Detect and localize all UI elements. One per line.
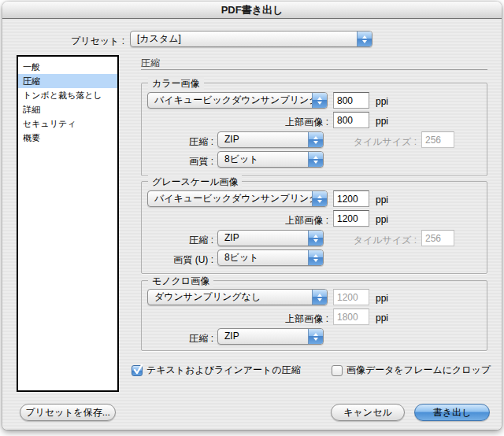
preset-select[interactable]: [カスタム] [130, 31, 372, 47]
mono-above-unit: ppi [376, 312, 388, 323]
gray-tile-size-input [421, 230, 454, 246]
color-above-label: 上部画像 : [234, 116, 328, 129]
color-quality-label: 画質 : [144, 155, 213, 168]
gray-compression-value: ZIP [218, 231, 308, 246]
section-divider [141, 69, 487, 70]
mono-compression-select[interactable]: ZIP [217, 328, 324, 345]
sidebar-item-advanced[interactable]: 詳細 [18, 102, 117, 116]
mono-sampling-select[interactable]: ダウンサンプリングなし [147, 289, 328, 305]
text-lineart-compression-checkbox[interactable]: テキストおよびラインアートの圧縮 [132, 364, 301, 377]
color-tile-size-input [421, 131, 454, 148]
gray-sampling-select[interactable]: バイキュービックダウンサンプリング [147, 190, 328, 207]
window-title: PDF書き出し [221, 4, 284, 16]
popup-arrows-icon [357, 31, 372, 46]
popup-arrows-icon [312, 290, 327, 305]
gray-compression-select[interactable]: ZIP [217, 230, 324, 246]
color-compression-select[interactable]: ZIP [217, 131, 324, 148]
color-tile-size-label: タイルサイズ : [333, 135, 417, 149]
gray-quality-select[interactable]: 8ビット [217, 249, 324, 266]
mono-images-legend: モノクロ画像 [148, 275, 213, 288]
cancel-button[interactable]: キャンセル [331, 404, 405, 421]
gray-quality-value: 8ビット [218, 250, 308, 265]
mono-resolution-input [333, 289, 369, 305]
save-preset-button[interactable]: プリセットを保存... [20, 404, 116, 421]
gray-above-input[interactable] [333, 210, 369, 227]
color-above-input[interactable] [333, 112, 369, 128]
gray-resolution-unit: ppi [376, 194, 388, 205]
mono-sampling-value: ダウンサンプリングなし [148, 290, 312, 305]
popup-arrows-icon [308, 231, 323, 246]
mono-compression-value: ZIP [218, 329, 308, 344]
gray-compression-label: 圧縮 : [144, 234, 213, 247]
gray-above-label: 上部画像 : [234, 214, 328, 227]
grayscale-images-legend: グレースケール画像 [148, 176, 242, 189]
crop-image-data-checkbox[interactable]: 画像データをフレームにクロップ [332, 364, 491, 377]
mono-resolution-unit: ppi [376, 293, 388, 304]
popup-arrows-icon [312, 93, 327, 108]
color-sampling-value: バイキュービックダウンサンプリング [148, 93, 312, 108]
export-button[interactable]: 書き出し [414, 404, 490, 421]
gray-quality-label: 画質 (U) : [120, 253, 213, 267]
color-sampling-select[interactable]: バイキュービックダウンサンプリング [147, 92, 328, 109]
sidebar-item-security[interactable]: セキュリティ [18, 116, 117, 131]
checkbox-unchecked-icon[interactable] [332, 365, 343, 376]
color-quality-select[interactable]: 8ビット [217, 151, 324, 168]
popup-arrows-icon [308, 329, 323, 344]
sidebar-item-general[interactable]: 一般 [18, 60, 117, 74]
color-compression-label: 圧縮 : [144, 135, 213, 149]
color-compression-value: ZIP [218, 132, 308, 147]
mono-compression-label: 圧縮 : [144, 332, 213, 345]
gray-resolution-input[interactable] [333, 190, 369, 207]
section-title: 圧縮 [141, 57, 160, 70]
preset-label: プリセット : [34, 35, 124, 48]
text-lineart-compression-label: テキストおよびラインアートの圧縮 [146, 364, 301, 377]
color-images-legend: カラー画像 [148, 77, 204, 91]
popup-arrows-icon [308, 152, 323, 167]
color-quality-value: 8ビット [218, 152, 308, 167]
gray-tile-size-label: タイルサイズ : [333, 234, 417, 247]
popup-arrows-icon [308, 250, 323, 265]
color-resolution-unit: ppi [376, 96, 388, 107]
gray-sampling-value: バイキュービックダウンサンプリング [148, 191, 312, 206]
checkbox-checked-icon[interactable] [132, 365, 143, 376]
pdf-export-dialog: PDF書き出し プリセット : [カスタム] 一般 圧縮 トンボと裁ち落とし 詳… [2, 2, 502, 430]
color-resolution-input[interactable] [333, 92, 369, 109]
sidebar-item-summary[interactable]: 概要 [18, 131, 117, 145]
preset-value: [カスタム] [131, 31, 357, 46]
gray-above-unit: ppi [376, 214, 388, 225]
popup-arrows-icon [308, 132, 323, 147]
titlebar[interactable]: PDF書き出し [2, 2, 502, 19]
settings-pane-list: 一般 圧縮 トンボと裁ち落とし 詳細 セキュリティ 概要 [17, 55, 119, 392]
popup-arrows-icon [312, 191, 327, 206]
sidebar-item-compression[interactable]: 圧縮 [18, 74, 117, 88]
color-above-unit: ppi [376, 116, 388, 127]
crop-image-data-label: 画像データをフレームにクロップ [346, 364, 491, 377]
mono-above-label: 上部画像 : [234, 312, 328, 326]
mono-above-input [333, 309, 369, 325]
sidebar-item-marks-bleed[interactable]: トンボと裁ち落とし [18, 88, 117, 102]
